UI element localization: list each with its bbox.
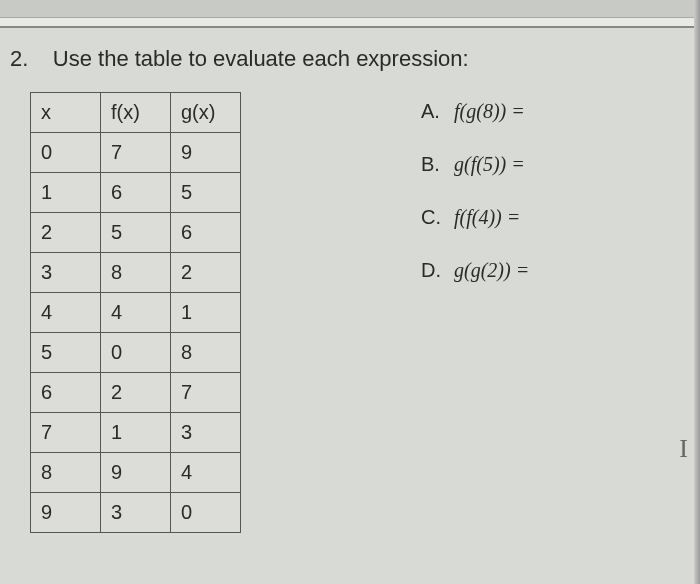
sub-expr: g(g(2)) = <box>454 259 529 281</box>
cell: 5 <box>31 333 101 373</box>
col-header-fx: f(x) <box>101 93 171 133</box>
cell: 3 <box>31 253 101 293</box>
right-edge-shadow <box>694 0 700 584</box>
app-top-inner <box>0 0 700 18</box>
cell: 9 <box>31 493 101 533</box>
cell: 5 <box>171 173 241 213</box>
cell: 6 <box>171 213 241 253</box>
cell: 6 <box>31 373 101 413</box>
cell: 9 <box>171 133 241 173</box>
sub-label: A. <box>421 100 449 123</box>
cell: 3 <box>171 413 241 453</box>
subquestion-a: A. f(g(8)) = <box>421 100 700 123</box>
table-row: 7 1 3 <box>31 413 241 453</box>
cell: 2 <box>31 213 101 253</box>
cell: 4 <box>101 293 171 333</box>
cell: 8 <box>31 453 101 493</box>
cell: 2 <box>101 373 171 413</box>
table-row: 4 4 1 <box>31 293 241 333</box>
subquestions: A. f(g(8)) = B. g(f(5)) = C. f(f(4)) = D… <box>241 92 700 533</box>
cell: 6 <box>101 173 171 213</box>
table-row: 6 2 7 <box>31 373 241 413</box>
cell: 7 <box>101 133 171 173</box>
cell: 0 <box>171 493 241 533</box>
question-number: 2. <box>10 46 28 71</box>
sub-label: D. <box>421 259 449 282</box>
sub-expr: f(f(4)) = <box>454 206 520 228</box>
function-table: x f(x) g(x) 0 7 9 1 6 5 2 5 6 3 8 <box>30 92 241 533</box>
table-row: 8 9 4 <box>31 453 241 493</box>
sub-expr: f(g(8)) = <box>454 100 525 122</box>
cell: 7 <box>31 413 101 453</box>
subquestion-d: D. g(g(2)) = <box>421 259 700 282</box>
cell: 8 <box>171 333 241 373</box>
sub-label: C. <box>421 206 449 229</box>
cell: 0 <box>101 333 171 373</box>
cell: 7 <box>171 373 241 413</box>
table-row: 1 6 5 <box>31 173 241 213</box>
col-header-gx: g(x) <box>171 93 241 133</box>
app-top-bar <box>0 0 700 28</box>
cell: 0 <box>31 133 101 173</box>
table-row: 0 7 9 <box>31 133 241 173</box>
data-table: x f(x) g(x) 0 7 9 1 6 5 2 5 6 3 8 <box>30 92 241 533</box>
cell: 5 <box>101 213 171 253</box>
cell: 3 <box>101 493 171 533</box>
cell: 4 <box>171 453 241 493</box>
subquestion-b: B. g(f(5)) = <box>421 153 700 176</box>
sub-expr: g(f(5)) = <box>454 153 525 175</box>
cell: 1 <box>101 413 171 453</box>
cell: 1 <box>171 293 241 333</box>
question-text: Use the table to evaluate each expressio… <box>53 46 469 71</box>
sub-label: B. <box>421 153 449 176</box>
text-cursor-icon: I <box>679 434 688 464</box>
table-row: 5 0 8 <box>31 333 241 373</box>
cell: 9 <box>101 453 171 493</box>
cell: 2 <box>171 253 241 293</box>
table-row: 9 3 0 <box>31 493 241 533</box>
cell: 8 <box>101 253 171 293</box>
table-row: 2 5 6 <box>31 213 241 253</box>
col-header-x: x <box>31 93 101 133</box>
cell: 1 <box>31 173 101 213</box>
subquestion-c: C. f(f(4)) = <box>421 206 700 229</box>
question-header: 2. Use the table to evaluate each expres… <box>0 28 700 92</box>
cell: 4 <box>31 293 101 333</box>
table-header-row: x f(x) g(x) <box>31 93 241 133</box>
table-row: 3 8 2 <box>31 253 241 293</box>
content-area: x f(x) g(x) 0 7 9 1 6 5 2 5 6 3 8 <box>0 92 700 533</box>
